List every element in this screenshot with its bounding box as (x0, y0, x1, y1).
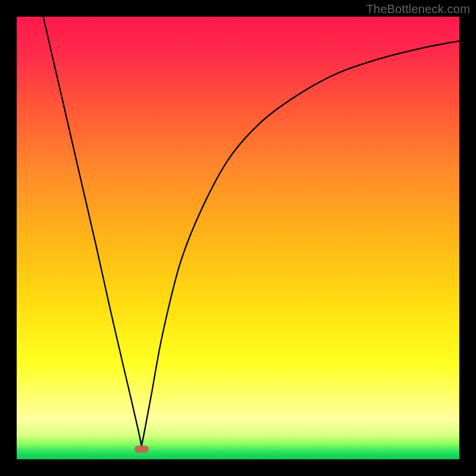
watermark-text: TheBottleneck.com (366, 2, 470, 16)
chart-frame: TheBottleneck.com (0, 0, 476, 476)
curve-layer (17, 17, 459, 459)
plot-area (17, 17, 459, 459)
curve-path (43, 17, 459, 446)
marker-pill (134, 446, 149, 453)
